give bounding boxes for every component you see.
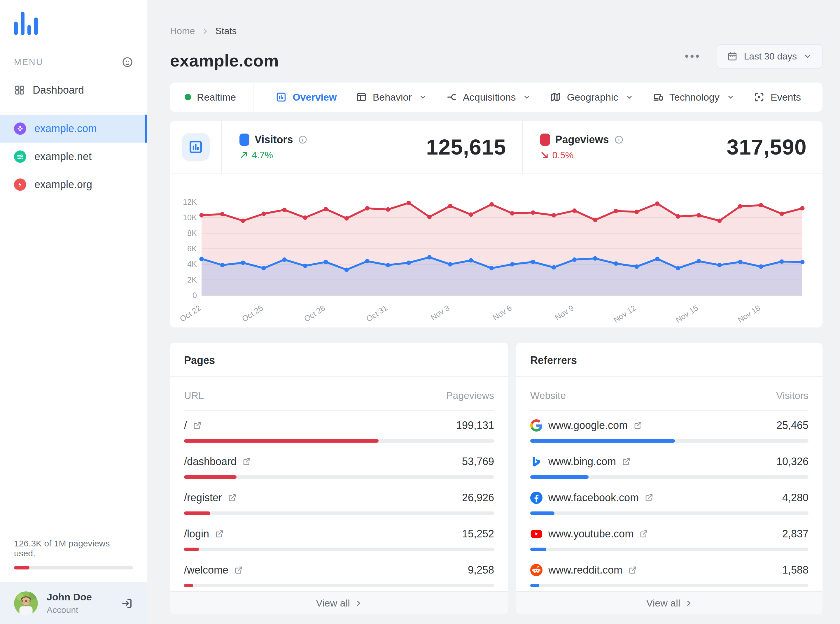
site-list: example.com example.net example.org bbox=[0, 114, 147, 199]
sidebar-item-example-org[interactable]: example.org bbox=[0, 171, 147, 199]
realtime-live-dot-icon bbox=[185, 94, 191, 100]
pages-col-url: URL bbox=[184, 390, 204, 401]
external-link-icon[interactable] bbox=[193, 421, 201, 430]
referrers-view-all-button[interactable]: View all bbox=[516, 592, 823, 615]
account-row[interactable]: John Doe Account bbox=[0, 582, 147, 624]
sidebar-item-example-net[interactable]: example.net bbox=[0, 142, 147, 171]
page-row[interactable]: /register26,926 bbox=[170, 483, 508, 519]
page-row[interactable]: /199,131 bbox=[170, 411, 508, 447]
chevron-right-icon bbox=[685, 599, 692, 607]
info-icon[interactable] bbox=[614, 135, 623, 144]
usage-text: 126.3K of 1M pageviews used. bbox=[14, 539, 133, 558]
external-link-icon[interactable] bbox=[639, 530, 648, 538]
svg-text:Oct 22: Oct 22 bbox=[178, 304, 203, 323]
tab-events[interactable]: Events bbox=[751, 82, 804, 112]
menu-section-label: MENU bbox=[14, 57, 43, 67]
referrer-value: 1,588 bbox=[782, 564, 809, 576]
referrer-bar-fill bbox=[530, 548, 546, 551]
referrer-value: 10,326 bbox=[777, 456, 809, 468]
svg-text:4K: 4K bbox=[187, 260, 197, 269]
referrer-row[interactable]: www.reddit.com1,588 bbox=[516, 555, 823, 592]
app-logo-bar-chart-icon bbox=[14, 12, 147, 35]
visitors-value: 125,615 bbox=[426, 135, 506, 159]
tab-behavior[interactable]: Behavior bbox=[353, 82, 430, 112]
external-link-icon[interactable] bbox=[234, 566, 243, 575]
info-icon[interactable] bbox=[298, 135, 308, 144]
grid-icon bbox=[14, 85, 25, 96]
tab-label: Realtime bbox=[197, 91, 236, 103]
account-name: John Doe bbox=[47, 592, 92, 603]
tab-label: Acquisitions bbox=[463, 91, 516, 103]
referrer-bar-fill bbox=[530, 584, 539, 587]
tab-overview[interactable]: Overview bbox=[273, 82, 339, 112]
page-bar-fill bbox=[184, 584, 193, 587]
map-icon bbox=[550, 91, 561, 103]
visitors-stat: Visitors 4.7% 125,615 bbox=[222, 121, 522, 173]
referrer-label: www.bing.com bbox=[548, 456, 616, 468]
chevron-down-icon bbox=[523, 93, 531, 101]
external-link-icon[interactable] bbox=[228, 493, 237, 502]
avatar bbox=[14, 592, 38, 615]
site-name: example.com bbox=[34, 122, 97, 135]
svg-text:Nov 15: Nov 15 bbox=[674, 304, 700, 324]
sidebar: MENU Dashboard bbox=[0, 0, 147, 624]
referrer-value: 2,837 bbox=[782, 528, 809, 540]
page-row[interactable]: /dashboard53,769 bbox=[170, 447, 508, 483]
logout-icon[interactable] bbox=[121, 597, 133, 609]
date-range-button[interactable]: Last 30 days bbox=[716, 44, 823, 68]
theme-face-icon[interactable] bbox=[122, 57, 133, 68]
trend-chart: 02K4K6K8K10K12KOct 22Oct 25Oct 28Oct 31N… bbox=[178, 196, 814, 324]
account-role: Account bbox=[47, 605, 92, 615]
external-link-icon[interactable] bbox=[215, 530, 224, 538]
report-tabs: Realtime Overview Behavior bbox=[170, 82, 823, 112]
sidebar-item-example-com[interactable]: example.com bbox=[0, 114, 147, 142]
page-value: 15,252 bbox=[462, 528, 494, 540]
external-link-icon[interactable] bbox=[634, 421, 642, 430]
external-link-icon[interactable] bbox=[628, 566, 637, 575]
visitors-swatch bbox=[240, 134, 249, 146]
referrers-col-visitors: Visitors bbox=[776, 390, 809, 401]
breadcrumb-home-link[interactable]: Home bbox=[170, 26, 195, 36]
external-link-icon[interactable] bbox=[645, 493, 653, 502]
page-row[interactable]: /welcome9,258 bbox=[170, 555, 508, 592]
pageviews-delta: 0.5% bbox=[540, 150, 623, 161]
page-value: 53,769 bbox=[462, 456, 494, 468]
usage-progress-fill bbox=[14, 566, 29, 570]
site-name: example.org bbox=[34, 178, 92, 191]
svg-text:6K: 6K bbox=[187, 244, 197, 253]
referrer-label: www.youtube.com bbox=[548, 528, 634, 540]
page-label: /dashboard bbox=[184, 456, 237, 468]
referrer-row[interactable]: www.facebook.com4,280 bbox=[516, 483, 823, 519]
trend-up-icon bbox=[240, 151, 248, 159]
branch-icon bbox=[446, 91, 457, 103]
chevron-down-icon bbox=[625, 93, 634, 101]
layout-icon bbox=[356, 91, 367, 103]
referrer-row[interactable]: www.bing.com10,326 bbox=[516, 447, 823, 483]
referrer-row[interactable]: www.google.com25,465 bbox=[516, 411, 823, 447]
svg-text:12K: 12K bbox=[183, 198, 197, 207]
pageviews-value: 317,590 bbox=[727, 135, 807, 159]
external-link-icon[interactable] bbox=[242, 457, 251, 466]
svg-text:Nov 6: Nov 6 bbox=[491, 304, 513, 322]
scan-target-icon bbox=[754, 91, 765, 103]
pageviews-swatch bbox=[540, 134, 550, 146]
tab-geographic[interactable]: Geographic bbox=[547, 82, 636, 112]
site-name: example.net bbox=[34, 150, 91, 163]
visitors-label: Visitors bbox=[255, 134, 293, 146]
tab-acquisitions[interactable]: Acquisitions bbox=[443, 82, 534, 112]
pages-view-all-button[interactable]: View all bbox=[170, 592, 508, 615]
more-options-button[interactable]: ••• bbox=[682, 48, 704, 65]
svg-text:10K: 10K bbox=[183, 213, 197, 222]
sidebar-item-dashboard[interactable]: Dashboard bbox=[0, 74, 147, 106]
bar-chart-icon bbox=[275, 91, 287, 103]
page-row[interactable]: /login15,252 bbox=[170, 519, 508, 555]
external-link-icon[interactable] bbox=[622, 457, 631, 466]
referrer-value: 25,465 bbox=[777, 419, 809, 432]
tab-realtime[interactable]: Realtime bbox=[170, 82, 254, 112]
page-label: / bbox=[184, 419, 187, 432]
google-favicon-icon bbox=[530, 419, 543, 432]
usage-meter: 126.3K of 1M pageviews used. bbox=[0, 539, 147, 570]
tab-technology[interactable]: Technology bbox=[650, 82, 738, 112]
chevron-down-icon bbox=[803, 52, 812, 61]
referrer-row[interactable]: www.youtube.com2,837 bbox=[516, 519, 823, 555]
